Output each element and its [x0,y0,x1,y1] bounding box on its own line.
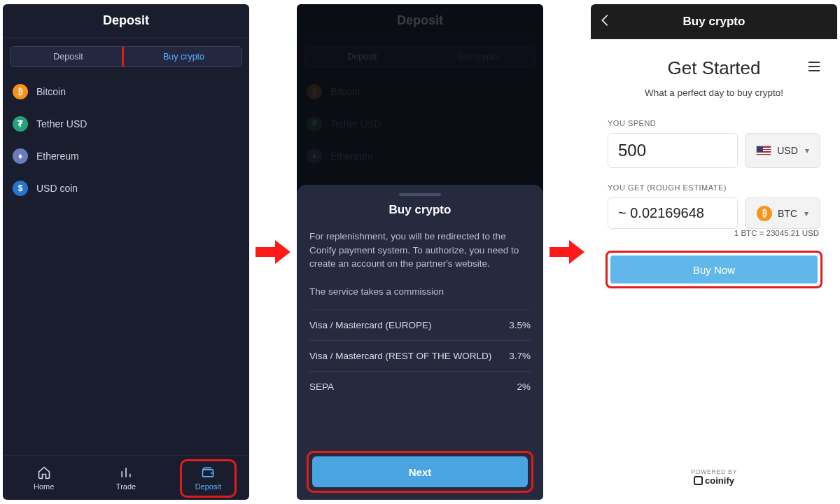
list-item[interactable]: ♦ Ethereum [13,140,239,172]
sheet-title: Buy crypto [309,203,531,217]
coinify-logo: coinify [608,475,820,486]
next-button[interactable]: Next [312,456,528,487]
coin-name: Tether USD [36,118,87,130]
nav-home[interactable]: Home [3,456,85,500]
screen-buy-crypto-sheet: Deposit Deposit Buy crypto ₿ Bitcoin ₮ T… [297,4,543,500]
back-button[interactable] [598,13,613,31]
coin-name: Bitcoin [36,86,66,97]
chevron-down-icon: ▾ [805,146,809,155]
get-label: YOU GET (ROUGH ESTIMATE) [608,183,820,192]
arrow-right-icon [549,238,585,266]
get-currency-select[interactable]: ₿ BTC ▾ [745,197,820,229]
menu-icon [808,62,820,71]
page-header: Buy crypto [591,4,837,39]
wallet-icon [200,465,216,479]
list-item[interactable]: $ USD coin [13,172,239,204]
get-amount-output: ~ 0.02169648 [608,197,738,229]
screen-coinify: Buy crypto Get Started What a perfect da… [591,4,837,500]
fee-row: Visa / Mastercard (REST OF THE WORLD) 3.… [309,340,531,371]
spend-label: YOU SPEND [608,119,820,127]
tether-icon: ₮ [13,116,28,132]
tab-bar: Deposit Buy crypto [10,46,242,67]
fee-label: Visa / Mastercard (EUROPE) [309,320,432,330]
nav-label: Trade [116,482,136,491]
arrow-left-icon [598,13,613,28]
us-flag-icon [756,146,771,155]
list-item[interactable]: ₿ Bitcoin [13,76,239,108]
fee-row: Visa / Mastercard (EUROPE) 3.5% [309,309,531,340]
page-title: Buy crypto [683,15,746,29]
usdcoin-icon: $ [13,181,28,196]
sheet-description: For replenishment, you will be redirecte… [309,230,531,271]
fee-value: 3.5% [509,320,531,330]
powered-by: POWERED BY coinify [608,468,820,493]
fee-label: SEPA [309,382,334,392]
bitcoin-icon: ₿ [757,206,772,221]
svg-marker-1 [255,240,290,264]
nav-trade[interactable]: Trade [85,456,167,500]
fee-row: SEPA 2% [309,371,531,402]
screen-deposit: Deposit Deposit Buy crypto ₿ Bitcoin ₮ T… [3,4,249,500]
nav-deposit[interactable]: Deposit [167,456,249,500]
tab-deposit[interactable]: Deposit [10,47,126,66]
chevron-down-icon: ▾ [804,209,808,218]
fee-value: 3.7% [509,351,531,361]
bars-icon [118,465,134,479]
nav-label: Home [34,482,54,491]
coin-name: Ethereum [36,150,79,162]
list-item[interactable]: ₮ Tether USD [13,108,239,140]
tab-buy-crypto[interactable]: Buy crypto [126,47,241,66]
buy-crypto-sheet: Buy crypto For replenishment, you will b… [297,185,543,500]
page-title: Deposit [3,4,249,38]
logo-mark-icon [694,476,703,485]
coinify-body: Get Started What a perfect day to buy cr… [591,39,837,500]
coin-list: ₿ Bitcoin ₮ Tether USD ♦ Ethereum $ USD … [3,73,249,207]
buy-now-button[interactable]: Buy Now [610,255,818,284]
spend-amount-input[interactable]: 500 [608,133,738,168]
menu-button[interactable] [808,62,820,74]
currency-code: BTC [778,208,797,219]
fee-label: Visa / Mastercard (REST OF THE WORLD) [309,351,491,361]
nav-label: Deposit [195,482,221,491]
next-button-wrap: Next [309,454,531,490]
exchange-rate: 1 BTC = 23045.21 USD [608,229,819,237]
commission-note: The service takes a commission [309,286,531,297]
coin-name: USD coin [36,183,78,194]
ethereum-icon: ♦ [13,148,28,164]
sheet-handle[interactable] [399,193,441,196]
spend-currency-select[interactable]: USD ▾ [745,133,820,168]
home-icon [36,465,52,479]
tab-buy-crypto-wrap: Buy crypto [126,47,241,66]
powered-label: POWERED BY [608,468,820,475]
get-started-title: Get Started [668,57,761,79]
arrow-right-icon [255,238,291,266]
fee-value: 2% [517,382,531,392]
subtitle: What a perfect day to buy crypto! [608,88,820,98]
currency-code: USD [777,145,798,156]
svg-marker-2 [550,240,584,264]
bottom-nav: Home Trade Deposit [3,455,249,500]
bitcoin-icon: ₿ [13,84,28,99]
buy-now-wrap: Buy Now [608,253,820,286]
